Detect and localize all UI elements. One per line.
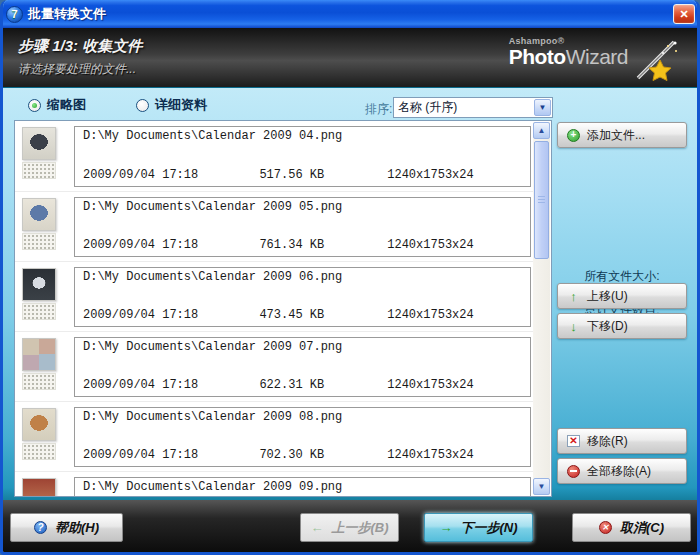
batch-convert-window: 7 批量转换文件 ✕ 步骤 1/3: 收集文件 请选择要处理的文件... Ash… bbox=[0, 0, 700, 555]
file-thumbnail bbox=[22, 337, 74, 397]
file-size: 622.31 KB bbox=[259, 378, 387, 392]
step-title: 步骤 1/3: 收集文件 bbox=[18, 37, 142, 56]
file-thumbnail bbox=[22, 197, 74, 257]
sort-label: 排序: bbox=[365, 101, 392, 118]
file-thumbnail bbox=[22, 407, 74, 467]
magic-wand-icon bbox=[630, 36, 682, 82]
file-list-item[interactable]: D:\My Documents\Calendar 2009 09.png bbox=[15, 471, 534, 497]
window-title: 批量转换文件 bbox=[28, 5, 106, 23]
thumbnail-calendar-grid bbox=[22, 373, 56, 390]
file-date: 2009/09/04 17:18 bbox=[83, 378, 259, 392]
cancel-label: 取消(C) bbox=[620, 519, 664, 537]
list-scrollbar[interactable]: ▲ ▼ bbox=[533, 122, 550, 495]
remove-all-minus-icon bbox=[567, 465, 580, 478]
move-up-button[interactable]: ↑ 上移(U) bbox=[557, 283, 687, 309]
chevron-down-icon[interactable]: ▼ bbox=[534, 99, 551, 116]
file-dimensions: 1240x1753x24 bbox=[387, 168, 524, 182]
scrollbar-thumb[interactable] bbox=[534, 141, 549, 259]
file-meta: 2009/09/04 17:18 517.56 KB 1240x1753x24 bbox=[83, 168, 524, 182]
remove-x-icon: ✕ bbox=[567, 435, 580, 447]
file-size: 702.30 KB bbox=[259, 448, 387, 462]
cancel-button[interactable]: ✕ 取消(C) bbox=[572, 513, 691, 542]
brand-product: PhotoWizard bbox=[509, 46, 628, 67]
file-meta: 2009/09/04 17:18 702.30 KB 1240x1753x24 bbox=[83, 448, 524, 462]
thumbnail-photo bbox=[22, 408, 56, 441]
radio-thumbnail-icon[interactable] bbox=[28, 99, 41, 112]
file-size: 517.56 KB bbox=[259, 168, 387, 182]
previous-step-button: ← 上一步(B) bbox=[300, 513, 399, 542]
file-dimensions: 1240x1753x24 bbox=[387, 238, 524, 252]
radio-thumbnail-view[interactable]: 缩略图 bbox=[28, 96, 86, 114]
file-dimensions: 1240x1753x24 bbox=[387, 308, 524, 322]
file-info-box: D:\My Documents\Calendar 2009 09.png bbox=[74, 477, 531, 497]
add-plus-icon: + bbox=[567, 129, 580, 142]
wizard-header: 步骤 1/3: 收集文件 请选择要处理的文件... Ashampoo® Phot… bbox=[0, 28, 700, 88]
help-button[interactable]: ? 帮助(H) bbox=[10, 513, 123, 542]
file-meta: 2009/09/04 17:18 473.45 KB 1240x1753x24 bbox=[83, 308, 524, 322]
file-list-item[interactable]: D:\My Documents\Calendar 2009 08.png 200… bbox=[15, 401, 534, 471]
file-date: 2009/09/04 17:18 bbox=[83, 448, 259, 462]
brand-logo: Ashampoo® PhotoWizard bbox=[509, 36, 628, 67]
arrow-right-icon: → bbox=[439, 520, 452, 535]
thumbnail-photo bbox=[22, 127, 56, 160]
move-down-button[interactable]: ↓ 下移(D) bbox=[557, 313, 687, 339]
titlebar: 7 批量转换文件 ✕ bbox=[0, 0, 700, 28]
file-thumbnail bbox=[22, 267, 74, 327]
file-list-panel: D:\My Documents\Calendar 2009 04.png 200… bbox=[14, 120, 552, 497]
add-files-button[interactable]: + 添加文件... bbox=[557, 122, 687, 148]
footer-bar: ? 帮助(H) ← 上一步(B) → 下一步(N) ✕ 取消(C) bbox=[3, 500, 697, 552]
remove-all-label: 全部移除(A) bbox=[587, 463, 651, 480]
radio-details-label: 详细资料 bbox=[155, 96, 207, 114]
file-list-item[interactable]: D:\My Documents\Calendar 2009 07.png 200… bbox=[15, 331, 534, 401]
help-label: 帮助(H) bbox=[55, 519, 99, 537]
thumbnail-photo bbox=[22, 268, 56, 301]
file-list-item[interactable]: D:\My Documents\Calendar 2009 06.png 200… bbox=[15, 261, 534, 331]
file-list-item[interactable]: D:\My Documents\Calendar 2009 04.png 200… bbox=[15, 121, 534, 191]
close-button[interactable]: ✕ bbox=[673, 4, 695, 24]
scroll-down-icon[interactable]: ▼ bbox=[533, 478, 550, 495]
thumbnail-photo bbox=[22, 478, 56, 497]
file-meta: 2009/09/04 17:18 622.31 KB 1240x1753x24 bbox=[83, 378, 524, 392]
app-icon: 7 bbox=[6, 6, 23, 23]
thumbnail-calendar-grid bbox=[22, 303, 56, 320]
arrow-up-icon: ↑ bbox=[567, 289, 580, 304]
content-area: 缩略图 详细资料 排序: 名称 (升序) ▼ D:\M bbox=[3, 88, 697, 500]
view-mode-row: 缩略图 详细资料 排序: 名称 (升序) ▼ bbox=[3, 92, 697, 118]
brand-photo-text: Photo bbox=[509, 45, 566, 68]
file-info-box: D:\My Documents\Calendar 2009 07.png 200… bbox=[74, 337, 531, 397]
file-list: D:\My Documents\Calendar 2009 04.png 200… bbox=[15, 121, 534, 497]
radio-thumbnail-label: 缩略图 bbox=[47, 96, 86, 114]
remove-all-button[interactable]: 全部移除(A) bbox=[557, 458, 687, 484]
file-thumbnail bbox=[22, 477, 74, 497]
file-list-item[interactable]: D:\My Documents\Calendar 2009 05.png 200… bbox=[15, 191, 534, 261]
remove-label: 移除(R) bbox=[587, 433, 628, 450]
file-date: 2009/09/04 17:18 bbox=[83, 168, 259, 182]
file-info-box: D:\My Documents\Calendar 2009 06.png 200… bbox=[74, 267, 531, 327]
thumbnail-photo bbox=[22, 338, 56, 371]
file-path: D:\My Documents\Calendar 2009 08.png bbox=[83, 410, 524, 424]
file-info-box: D:\My Documents\Calendar 2009 08.png 200… bbox=[74, 407, 531, 467]
file-size: 473.45 KB bbox=[259, 308, 387, 322]
scroll-up-icon[interactable]: ▲ bbox=[533, 122, 550, 139]
radio-details-icon[interactable] bbox=[136, 99, 149, 112]
file-path: D:\My Documents\Calendar 2009 07.png bbox=[83, 340, 524, 354]
file-size: 761.34 KB bbox=[259, 238, 387, 252]
radio-details-view[interactable]: 详细资料 bbox=[136, 96, 207, 114]
arrow-left-icon: ← bbox=[310, 520, 323, 535]
next-step-button[interactable]: → 下一步(N) bbox=[424, 513, 533, 542]
brand-wizard-text: Wizard bbox=[566, 45, 628, 68]
thumbnail-calendar-grid bbox=[22, 233, 56, 250]
move-up-label: 上移(U) bbox=[587, 288, 628, 305]
sort-dropdown-value: 名称 (升序) bbox=[394, 99, 533, 116]
cancel-x-icon: ✕ bbox=[599, 521, 612, 534]
file-meta: 2009/09/04 17:18 761.34 KB 1240x1753x24 bbox=[83, 238, 524, 252]
remove-button[interactable]: ✕ 移除(R) bbox=[557, 428, 687, 454]
next-step-label: 下一步(N) bbox=[460, 519, 517, 537]
thumbnail-photo bbox=[22, 198, 56, 231]
file-path: D:\My Documents\Calendar 2009 09.png bbox=[83, 480, 524, 494]
thumbnail-calendar-grid bbox=[22, 443, 56, 460]
file-info-box: D:\My Documents\Calendar 2009 05.png 200… bbox=[74, 197, 531, 257]
sort-dropdown[interactable]: 名称 (升序) ▼ bbox=[393, 97, 553, 118]
help-icon: ? bbox=[34, 521, 47, 534]
file-dimensions: 1240x1753x24 bbox=[387, 448, 524, 462]
